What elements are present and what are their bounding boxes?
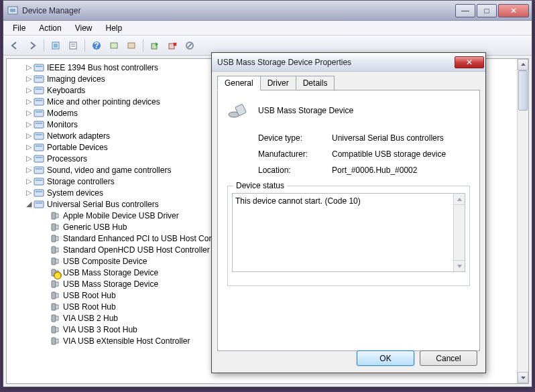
expand-icon[interactable]: ▷ bbox=[24, 143, 34, 151]
svg-rect-58 bbox=[56, 305, 58, 309]
expand-icon[interactable]: ▷ bbox=[24, 97, 34, 106]
dialog-titlebar[interactable]: USB Mass Storage Device Properties ✕ bbox=[212, 53, 485, 72]
device-details-grid: Device type: Universal Serial Bus contro… bbox=[258, 133, 470, 175]
status-scrollbar[interactable] bbox=[453, 194, 465, 271]
menubar: File Action View Help bbox=[3, 21, 532, 36]
svg-rect-32 bbox=[36, 157, 42, 158]
device-type-value: Universal Serial Bus controllers bbox=[332, 133, 470, 143]
category-icon bbox=[34, 85, 44, 96]
svg-rect-54 bbox=[56, 282, 58, 286]
usb-device-icon bbox=[50, 313, 60, 324]
svg-rect-42 bbox=[56, 214, 58, 218]
tree-item-label: USB Mass Storage Device bbox=[63, 268, 158, 277]
svg-rect-17 bbox=[34, 76, 44, 82]
window-title: Device Manager bbox=[22, 6, 455, 15]
expand-icon[interactable]: ◢ bbox=[24, 200, 34, 208]
tree-item-label: Portable Devices bbox=[47, 143, 108, 152]
dialog-title: USB Mass Storage Device Properties bbox=[217, 58, 455, 67]
location-label: Location: bbox=[258, 166, 332, 175]
usb-device-icon bbox=[50, 290, 60, 301]
device-status-textbox[interactable]: This device cannot start. (Code 10) bbox=[232, 193, 465, 272]
forward-button[interactable] bbox=[25, 38, 40, 53]
uninstall-button[interactable] bbox=[165, 38, 180, 53]
usb-device-icon bbox=[50, 233, 60, 244]
maximize-button[interactable]: □ bbox=[477, 4, 497, 17]
device-properties-dialog: USB Mass Storage Device Properties ✕ Gen… bbox=[211, 52, 486, 373]
svg-rect-52 bbox=[56, 271, 58, 275]
device-status-fieldset: Device status This device cannot start. … bbox=[227, 186, 470, 286]
properties-button[interactable] bbox=[66, 38, 80, 53]
svg-rect-21 bbox=[34, 99, 44, 105]
svg-rect-4 bbox=[70, 42, 76, 49]
tab-general[interactable]: General bbox=[217, 76, 261, 90]
close-button[interactable]: ✕ bbox=[498, 4, 529, 17]
status-scroll-up[interactable] bbox=[454, 194, 465, 205]
menu-help[interactable]: Help bbox=[101, 22, 128, 34]
show-hidden-button[interactable] bbox=[48, 38, 63, 53]
expand-icon[interactable]: ▷ bbox=[24, 177, 34, 186]
svg-rect-20 bbox=[36, 88, 42, 90]
scan-button[interactable] bbox=[107, 38, 121, 53]
expand-icon[interactable]: ▷ bbox=[24, 63, 34, 72]
help-button[interactable]: ? bbox=[89, 38, 104, 53]
expand-icon[interactable]: ▷ bbox=[24, 154, 34, 163]
disable-button[interactable] bbox=[182, 38, 197, 53]
scroll-up-button[interactable] bbox=[518, 59, 528, 70]
vertical-scrollbar[interactable] bbox=[517, 59, 528, 383]
usb-device-icon bbox=[50, 245, 60, 255]
svg-rect-50 bbox=[56, 259, 58, 263]
status-scroll-down[interactable] bbox=[454, 260, 465, 271]
svg-rect-33 bbox=[34, 167, 44, 174]
tree-item-label: System devices bbox=[47, 188, 103, 198]
svg-rect-49 bbox=[52, 258, 56, 265]
expand-icon[interactable]: ▷ bbox=[24, 86, 34, 94]
svg-line-14 bbox=[188, 44, 192, 48]
menu-view[interactable]: View bbox=[70, 22, 98, 34]
svg-rect-10 bbox=[128, 43, 135, 48]
category-icon bbox=[34, 62, 44, 73]
titlebar[interactable]: Device Manager — □ ✕ bbox=[3, 1, 532, 21]
category-icon bbox=[34, 74, 44, 84]
svg-rect-31 bbox=[34, 155, 44, 162]
scroll-down-button[interactable] bbox=[518, 372, 528, 383]
tree-item-label: Mice and other pointing devices bbox=[47, 97, 160, 107]
category-icon bbox=[34, 176, 44, 187]
svg-rect-43 bbox=[52, 224, 56, 231]
expand-icon[interactable]: ▷ bbox=[24, 120, 34, 129]
tab-driver[interactable]: Driver bbox=[260, 76, 296, 90]
tree-item-label: IEEE 1394 Bus host controllers bbox=[47, 63, 158, 72]
tree-item-label: Storage controllers bbox=[47, 177, 115, 186]
svg-rect-40 bbox=[36, 202, 42, 204]
dialog-close-button[interactable]: ✕ bbox=[455, 56, 484, 68]
expand-icon[interactable]: ▷ bbox=[24, 131, 34, 140]
expand-icon[interactable]: ▷ bbox=[24, 166, 34, 174]
tree-item-label: USB Root Hub bbox=[63, 291, 116, 300]
expand-icon[interactable]: ▷ bbox=[24, 109, 34, 117]
svg-rect-1 bbox=[10, 9, 15, 12]
category-icon bbox=[34, 188, 44, 198]
usb-device-icon bbox=[50, 222, 60, 233]
update-driver-button[interactable] bbox=[147, 38, 162, 53]
minimize-button[interactable]: — bbox=[455, 4, 475, 17]
scroll-thumb[interactable] bbox=[518, 70, 528, 111]
tree-item-label: Processors bbox=[47, 154, 87, 164]
toolbar-button-1[interactable] bbox=[124, 38, 139, 53]
svg-rect-44 bbox=[56, 225, 58, 229]
expand-icon[interactable]: ▷ bbox=[24, 74, 34, 83]
cancel-button[interactable]: Cancel bbox=[420, 350, 477, 366]
svg-rect-34 bbox=[36, 168, 42, 170]
tab-details[interactable]: Details bbox=[296, 76, 335, 90]
svg-rect-55 bbox=[52, 292, 56, 299]
back-button[interactable] bbox=[7, 38, 22, 53]
expand-icon[interactable]: ▷ bbox=[24, 188, 34, 197]
svg-rect-62 bbox=[56, 328, 58, 332]
ok-button[interactable]: OK bbox=[357, 350, 414, 366]
svg-rect-15 bbox=[34, 64, 44, 71]
menu-file[interactable]: File bbox=[7, 22, 31, 34]
menu-action[interactable]: Action bbox=[34, 22, 66, 34]
category-icon bbox=[34, 96, 44, 107]
svg-rect-60 bbox=[56, 316, 58, 320]
manufacturer-label: Manufacturer: bbox=[258, 149, 332, 159]
app-icon bbox=[7, 5, 18, 16]
category-icon bbox=[34, 119, 44, 130]
